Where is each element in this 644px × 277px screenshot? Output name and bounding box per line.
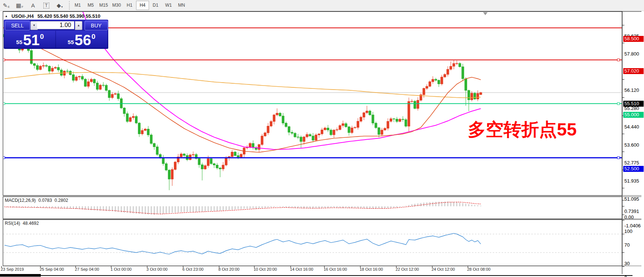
price-tick-label: 51.095 [624, 197, 639, 202]
ask-price-pips: 56 [75, 33, 91, 47]
trading-app-window: ✎E▦FAT◆▾ M1M5M15M30H1H4D1W1MN ▲ USOil-,H… [0, 0, 644, 277]
price-badge-55.510: 55.510 [623, 101, 644, 107]
macd-axis-label: -1.0406 [624, 223, 641, 228]
drawing-tools-group: ✎E▦FAT◆▾ [2, 0, 64, 11]
expert-advisors-icon[interactable]: ✎E [2, 1, 10, 10]
chart-scroll-marker [483, 12, 488, 15]
volume-increase-button[interactable]: ▲ [75, 21, 82, 30]
macd-panel[interactable] [3, 197, 622, 219]
time-label: 28 Oct 08:00 [467, 267, 491, 271]
price-tick-label: 51.935 [624, 178, 639, 184]
macd-name: MACD(12,26,9) [5, 198, 36, 203]
chart-title: ▲ USOil-,H4 55.420 55.540 55.390 55.510 [5, 13, 100, 19]
bottom-scrollbar-thumb[interactable] [0, 274, 41, 277]
bottom-scrollbar-track[interactable] [41, 275, 633, 276]
collapse-triangle-icon[interactable]: ▲ [5, 14, 8, 18]
price-tick-label: 53.600 [624, 143, 639, 148]
time-label: 6 Oct 23:00 [182, 267, 204, 271]
line-handle[interactable] [617, 59, 620, 61]
top-toolbar: ✎E▦FAT◆▾ M1M5M15M30H1H4D1W1MN [0, 0, 644, 11]
macd-main-value: 0.0783 [38, 198, 52, 203]
time-label: 25 Sep 04:00 [40, 267, 64, 271]
timeframe-button-d1[interactable]: D1 [149, 1, 162, 10]
grid-properties-icon[interactable]: ▦F [16, 1, 24, 10]
macd-axis-label: 0.7391 [624, 209, 639, 214]
rsi-axis-label: 100 [624, 229, 633, 234]
line-handle[interactable] [617, 157, 620, 159]
one-click-trading-panel: SELL ▼ ▲ BUY 55 51 0 55 56 0 [4, 20, 108, 49]
trade-controls-row: SELL ▼ ▲ BUY [4, 20, 108, 30]
chart-annotation-text: 多空转折点55 [468, 118, 577, 141]
chart-ohlc-values: 55.420 55.540 55.390 55.510 [37, 13, 100, 19]
time-label: 18 Oct 16:00 [360, 267, 383, 271]
bid-price-major: 55 [16, 39, 23, 45]
timeframe-button-h4[interactable]: H4 [136, 1, 149, 10]
price-tick-label: 52.775 [624, 160, 639, 166]
time-label: 24 Oct 12:00 [432, 267, 455, 271]
timeframe-button-m15[interactable]: M15 [97, 1, 110, 10]
chart-window[interactable]: ▲ USOil-,H4 55.420 55.540 55.390 55.510 … [0, 11, 644, 277]
arrow-objects-icon[interactable]: ◆▾ [56, 1, 64, 10]
timeframe-buttons-group: M1M5M15M30H1H4D1W1MN [71, 0, 188, 11]
toolbar-separator [69, 1, 70, 10]
timeframe-button-w1[interactable]: W1 [162, 1, 175, 10]
time-label: 3 Oct 00:00 [146, 267, 168, 271]
ask-price-button[interactable]: 55 56 0 [56, 31, 107, 48]
time-label: 22 Oct 12:00 [396, 267, 419, 271]
timeframe-button-m30[interactable]: M30 [110, 1, 123, 10]
time-label: 14 Oct 16:00 [290, 267, 313, 271]
price-tick-label: 55.280 [624, 106, 639, 111]
time-label: 16 Oct 16:00 [324, 267, 347, 271]
price-tick-label: 57.800 [624, 51, 639, 57]
ask-price-point: 0 [92, 33, 96, 41]
time-label: 8 Oct 20:00 [218, 267, 240, 271]
macd-signal-value: 0.2802 [55, 198, 68, 203]
chart-canvas[interactable] [0, 11, 644, 277]
price-tick-label: 54.440 [624, 124, 639, 130]
text-label-icon[interactable]: A [29, 1, 37, 10]
rsi-axis-label: 70 [624, 243, 630, 248]
price-tick-label: 56.120 [624, 88, 639, 93]
time-label: 23 Sep 2019 [1, 267, 24, 271]
price-badge-57.020: 57.020 [623, 68, 644, 74]
time-label: 10 Oct 20:00 [254, 267, 277, 271]
price-badge-55.000: 55.000 [623, 112, 644, 118]
bid-price-point: 0 [40, 33, 44, 41]
buy-button[interactable]: BUY [85, 21, 108, 30]
time-label: 27 Sep 04:00 [75, 267, 99, 271]
text-box-icon[interactable]: T [42, 1, 50, 10]
macd-indicator-label: MACD(12,26,9) 0.0783 0.2802 [5, 198, 68, 203]
volume-input[interactable] [37, 21, 74, 29]
chart-symbol-period: USOil-,H4 [11, 13, 34, 19]
rsi-panel[interactable] [3, 220, 622, 266]
rsi-axis-label: 30 [624, 261, 630, 266]
time-label: 1 Oct 00:00 [110, 267, 132, 271]
timeframe-button-m5[interactable]: M5 [84, 1, 97, 10]
rsi-name: RSI(14) [5, 221, 20, 226]
bid-price-pips: 51 [23, 33, 40, 47]
bid-price-button[interactable]: 55 51 0 [5, 31, 55, 48]
volume-decrease-button[interactable]: ▼ [30, 21, 38, 30]
price-badge-58.500: 58.500 [623, 36, 644, 42]
timeframe-button-mn[interactable]: MN [175, 1, 188, 10]
rsi-indicator-label: RSI(14) 48.4692 [5, 221, 39, 226]
timeframe-button-h1[interactable]: H1 [123, 1, 136, 10]
rsi-value: 48.4692 [23, 221, 39, 226]
price-badge-52.500: 52.500 [623, 166, 644, 172]
timeframe-button-m1[interactable]: M1 [71, 1, 84, 10]
sell-button[interactable]: SELL [5, 21, 30, 30]
line-handle[interactable] [617, 103, 620, 105]
ask-price-major: 55 [68, 39, 74, 45]
macd-axis-label: 0.00 [624, 215, 634, 220]
